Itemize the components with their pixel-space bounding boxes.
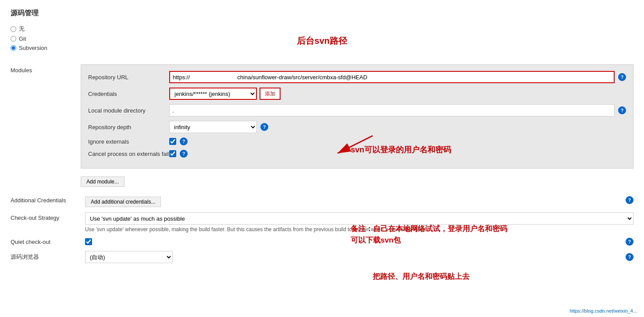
radio-subversion[interactable] bbox=[11, 45, 16, 51]
cancel-process-help-icon[interactable]: ? bbox=[180, 150, 188, 158]
cancel-process-checkbox[interactable] bbox=[169, 150, 176, 157]
credentials-wrapper: jenkins/****** (jenkins) 添加 bbox=[169, 88, 626, 100]
credentials-select[interactable]: jenkins/****** (jenkins) bbox=[169, 88, 257, 100]
add-credentials-button[interactable]: 添加 bbox=[260, 88, 281, 100]
radio-subversion-label: Subversion bbox=[19, 45, 47, 51]
modules-label-col: Modules bbox=[11, 64, 81, 169]
checkout-strategy-content: Use 'svn update' as much as possible Alw… bbox=[85, 212, 633, 232]
quiet-checkout-help-icon[interactable]: ? bbox=[626, 238, 633, 246]
radio-git[interactable] bbox=[11, 36, 16, 42]
ignore-externals-label: Ignore externals bbox=[88, 138, 169, 145]
add-module-row: Add module... bbox=[81, 173, 633, 187]
page-wrapper: 源码管理 无 Git Subversion 后台svn路径 svn可以登录的用户… bbox=[0, 0, 644, 317]
radio-subversion-group: Subversion bbox=[11, 45, 633, 51]
credentials-label: Credentials bbox=[88, 91, 169, 97]
repo-url-input[interactable]: https:// china/sunflower-draw/src/server… bbox=[169, 71, 615, 83]
browser-row: 源码浏览器 (自动) ? bbox=[11, 251, 633, 263]
watermark: https://blog.csdn.net/weixin_4... bbox=[570, 308, 637, 313]
credentials-row: Credentials jenkins/****** (jenkins) 添加 bbox=[88, 88, 626, 100]
cancel-process-label: Cancel process on externals fail bbox=[88, 151, 169, 157]
repo-depth-select[interactable]: infinity empty files immediates bbox=[169, 121, 257, 133]
checkout-strategy-label: Check-out Strategy bbox=[11, 212, 81, 221]
repo-depth-help-icon[interactable]: ? bbox=[260, 123, 268, 131]
browser-help-icon[interactable]: ? bbox=[626, 253, 633, 261]
repo-depth-row: Repository depth infinity empty files im… bbox=[88, 121, 626, 133]
quiet-checkout-row: Quiet check-out ? bbox=[11, 238, 633, 246]
repo-depth-label: Repository depth bbox=[88, 124, 169, 130]
local-module-input[interactable] bbox=[169, 104, 615, 116]
browser-select[interactable]: (自动) bbox=[85, 251, 173, 263]
annotation-paste: 把路径、用户名和密码贴上去 bbox=[373, 271, 470, 282]
radio-none[interactable] bbox=[11, 26, 16, 32]
quiet-checkout-label: Quiet check-out bbox=[11, 239, 81, 245]
ignore-externals-help-icon[interactable]: ? bbox=[180, 137, 188, 145]
cancel-process-row: Cancel process on externals fail ? bbox=[88, 150, 626, 158]
modules-label: Modules bbox=[11, 67, 32, 74]
checkout-strategy-row: Check-out Strategy Use 'svn update' as m… bbox=[11, 212, 633, 232]
local-module-help-icon[interactable]: ? bbox=[618, 106, 626, 114]
radio-git-label: Git bbox=[19, 35, 26, 42]
modules-panel: Repository URL https:// china/sunflower-… bbox=[81, 64, 633, 169]
ignore-externals-row: Ignore externals ? bbox=[88, 137, 626, 145]
additional-credentials-row: Additional Credentials Add additional cr… bbox=[11, 193, 633, 207]
quiet-checkout-checkbox[interactable] bbox=[85, 238, 92, 245]
repo-url-row: Repository URL https:// china/sunflower-… bbox=[88, 71, 626, 83]
browser-label: 源码浏览器 bbox=[11, 253, 81, 261]
section-title: 源码管理 bbox=[11, 9, 633, 18]
add-additional-creds-button[interactable]: Add additional credentials... bbox=[85, 197, 161, 207]
radio-none-group: 无 bbox=[11, 25, 633, 33]
radio-none-label: 无 bbox=[19, 25, 25, 33]
ignore-externals-checkbox[interactable] bbox=[169, 138, 176, 145]
checkout-strategy-select[interactable]: Use 'svn update' as much as possible Alw… bbox=[85, 212, 633, 225]
repo-url-label: Repository URL bbox=[88, 74, 169, 81]
checkout-hint: Use 'svn update' whenever possible, maki… bbox=[85, 226, 633, 232]
add-module-button[interactable]: Add module... bbox=[81, 176, 125, 187]
local-module-row: Local module directory ? bbox=[88, 104, 626, 116]
additional-creds-label: Additional Credentials bbox=[11, 197, 81, 204]
local-module-label: Local module directory bbox=[88, 107, 169, 114]
radio-git-group: Git bbox=[11, 35, 633, 42]
additional-creds-help-icon[interactable]: ? bbox=[626, 196, 633, 204]
repo-url-help-icon[interactable]: ? bbox=[618, 73, 626, 81]
main-content: Modules Repository URL https:// china/su… bbox=[11, 64, 633, 169]
